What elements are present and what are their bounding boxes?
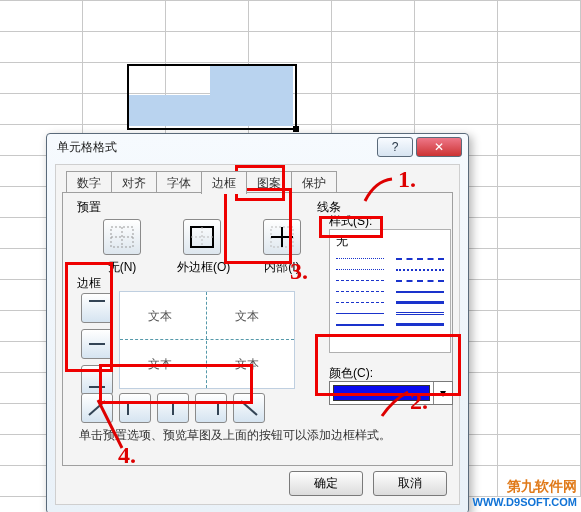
preset-outer-icon bbox=[190, 226, 214, 248]
svg-line-12 bbox=[89, 401, 105, 415]
border-left-button[interactable] bbox=[119, 393, 151, 423]
style-item[interactable] bbox=[330, 319, 390, 330]
cancel-button[interactable]: 取消 bbox=[373, 471, 447, 496]
border-diag-up-button[interactable] bbox=[81, 393, 113, 423]
help-text: 单击预置选项、预览草图及上面的按钮可以添加边框样式。 bbox=[79, 427, 444, 443]
tab-page-border: 预置 无(N) 外边框(O) bbox=[62, 192, 453, 466]
tab-pattern[interactable]: 图案 bbox=[246, 171, 292, 194]
preset-label: 预置 bbox=[77, 199, 101, 216]
style-label: 样式(S): bbox=[329, 213, 372, 230]
format-cells-dialog: 单元格格式 ? ✕ 数字 对齐 字体 边框 图案 保护 预置 无(N) bbox=[46, 133, 469, 512]
style-item[interactable] bbox=[330, 286, 390, 297]
style-item[interactable] bbox=[390, 264, 450, 275]
tab-strip: 数字 对齐 字体 边框 图案 保护 bbox=[66, 171, 336, 194]
tab-label: 图案 bbox=[257, 175, 281, 192]
border-vmid-icon bbox=[163, 399, 183, 417]
border-middle-h-button[interactable] bbox=[81, 329, 113, 359]
preview-text: 文本 bbox=[148, 308, 172, 325]
style-none[interactable]: 无 bbox=[330, 230, 450, 253]
diag-down-icon bbox=[239, 399, 259, 417]
style-item[interactable] bbox=[390, 297, 450, 308]
preset-none-label: 无(N) bbox=[97, 259, 147, 276]
style-item[interactable] bbox=[330, 275, 390, 286]
fill-handle[interactable] bbox=[293, 126, 299, 132]
diag-up-icon bbox=[87, 399, 107, 417]
title-bar[interactable]: 单元格格式 ? ✕ bbox=[47, 134, 468, 160]
tab-align[interactable]: 对齐 bbox=[111, 171, 157, 194]
tab-font[interactable]: 字体 bbox=[156, 171, 202, 194]
color-picker[interactable]: ▾ bbox=[329, 381, 453, 405]
style-item[interactable] bbox=[330, 308, 390, 319]
preview-text: 文本 bbox=[235, 356, 259, 373]
border-right-button[interactable] bbox=[195, 393, 227, 423]
close-button[interactable]: ✕ bbox=[416, 137, 462, 157]
tab-label: 字体 bbox=[167, 175, 191, 192]
border-left-icon bbox=[125, 399, 145, 417]
border-preview[interactable]: 文本 文本 文本 文本 bbox=[119, 291, 295, 389]
preset-outer-label: 外边框(O) bbox=[177, 259, 227, 276]
style-item[interactable] bbox=[330, 253, 390, 264]
preset-inner-button[interactable] bbox=[263, 219, 301, 255]
border-middle-v-button[interactable] bbox=[157, 393, 189, 423]
preset-inner-icon bbox=[270, 226, 294, 248]
style-item[interactable] bbox=[330, 264, 390, 275]
style-item[interactable] bbox=[390, 253, 450, 264]
tab-protect[interactable]: 保护 bbox=[291, 171, 337, 194]
style-item[interactable] bbox=[390, 275, 450, 286]
line-style-list[interactable]: 无 bbox=[329, 229, 451, 353]
border-label: 边框 bbox=[77, 275, 101, 292]
ok-label: 确定 bbox=[314, 475, 338, 492]
style-item[interactable] bbox=[390, 308, 450, 319]
border-right-icon bbox=[201, 399, 221, 417]
ok-button[interactable]: 确定 bbox=[289, 471, 363, 496]
tab-border[interactable]: 边框 bbox=[201, 171, 247, 194]
selected-cells[interactable] bbox=[127, 64, 297, 130]
tab-number[interactable]: 数字 bbox=[66, 171, 112, 194]
style-item[interactable] bbox=[390, 319, 450, 330]
color-label: 颜色(C): bbox=[329, 365, 373, 382]
preset-outer-button[interactable] bbox=[183, 219, 221, 255]
border-bottom-button[interactable] bbox=[81, 365, 113, 395]
border-bottom-icon bbox=[87, 371, 107, 389]
preset-inner-label: 内部(I) bbox=[257, 259, 307, 276]
tab-label: 边框 bbox=[212, 175, 236, 192]
border-diag-down-button[interactable] bbox=[233, 393, 265, 423]
border-top-button[interactable] bbox=[81, 293, 113, 323]
border-top-icon bbox=[87, 299, 107, 317]
preset-none-icon bbox=[110, 226, 134, 248]
dropdown-arrow-icon: ▾ bbox=[433, 382, 452, 404]
question-icon: ? bbox=[392, 140, 399, 154]
color-swatch bbox=[333, 385, 430, 401]
style-item[interactable] bbox=[390, 286, 450, 297]
style-item[interactable] bbox=[330, 297, 390, 308]
tab-label: 保护 bbox=[302, 175, 326, 192]
border-hmid-icon bbox=[87, 335, 107, 353]
cancel-label: 取消 bbox=[398, 475, 422, 492]
dialog-title: 单元格格式 bbox=[57, 139, 117, 156]
preview-text: 文本 bbox=[235, 308, 259, 325]
preset-none-button[interactable] bbox=[103, 219, 141, 255]
close-icon: ✕ bbox=[434, 140, 444, 154]
tab-label: 数字 bbox=[77, 175, 101, 192]
preview-text: 文本 bbox=[148, 356, 172, 373]
svg-line-16 bbox=[241, 401, 257, 415]
help-button[interactable]: ? bbox=[377, 137, 413, 157]
tab-label: 对齐 bbox=[122, 175, 146, 192]
